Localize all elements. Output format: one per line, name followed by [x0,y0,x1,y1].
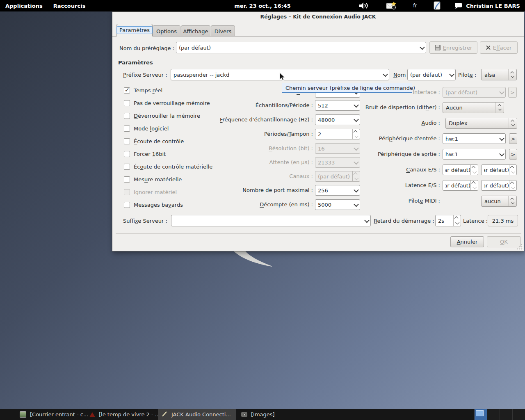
spin-buttons[interactable] [509,180,516,190]
input-device-combobox[interactable]: hw:1 [443,133,506,144]
tab-parametres-label: Paramètres [116,26,153,34]
tab-parametres[interactable]: Paramètres [116,24,153,37]
server-path-tooltip: Chemin serveur (préfixe de ligne de comm… [282,83,412,93]
checkbox-mesure-materielle[interactable]: Mesure matérielle [124,176,182,183]
tab-affichage[interactable]: Affichage [181,25,210,37]
delete-preset-label: Effacer [493,45,512,51]
volume-icon[interactable] [359,2,369,9]
task-jack-audio-connection[interactable]: JACK Audio Connecti... [158,409,236,420]
keyboard-layout-indicator[interactable]: fr [413,3,417,9]
preset-name-combobox[interactable]: (par défaut) [176,42,426,53]
checkbox-label: Temps réel [134,87,162,94]
spin-buttons[interactable] [470,165,478,175]
checkbox-ignorer-materiel[interactable]: Ignorer matériel [124,188,177,196]
ok-button[interactable]: OK [487,236,521,247]
chevron-down-icon[interactable] [363,215,370,226]
delete-preset-button[interactable]: Effacer [480,41,518,54]
tab-options-label: Options [156,28,177,34]
checkbox-temps-reel[interactable]: Temps réel [124,87,162,94]
checkbox-icon[interactable] [124,151,130,157]
spin-buttons[interactable] [470,180,478,190]
task-le-temp-de-vivre[interactable]: [le temp de vivre 2 - ... [86,409,164,420]
samples-period-label: Échantillons/Période : [186,102,313,108]
output-device-browse-button[interactable]: > [509,149,517,160]
spin-down-icon[interactable] [509,185,516,190]
checkbox-icon[interactable] [124,176,130,183]
checkbox-icon[interactable] [124,100,130,106]
io-channels-in-spinbox[interactable]: (par défaut) [443,164,478,175]
save-preset-button[interactable]: Enregistrer [429,41,477,54]
tab-divers[interactable]: Divers [211,25,235,37]
preset-name-label: Nom du préréglage : [119,45,174,51]
checkbox-icon[interactable] [124,189,130,195]
server-prefix-value: pasuspender -- jackd [173,72,381,78]
logged-in-user[interactable]: Christian LE BARS [466,3,520,9]
output-device-combobox[interactable]: hw:1 [443,149,506,160]
workspace-4[interactable] [512,409,525,420]
interface-browse-button[interactable]: > [508,87,517,98]
tab-divers-label: Divers [215,28,231,34]
menu-raccourcis[interactable]: Raccourcis [48,0,91,11]
audio-select[interactable]: Duplex [445,118,517,129]
delete-x-icon [486,46,491,50]
checkbox-icon[interactable] [124,138,130,144]
task-images[interactable]: [Images] [238,409,316,420]
io-latency-in-spinbox[interactable]: (par défaut) [443,180,478,191]
mail-star-icon[interactable] [386,2,397,10]
spin-buttons[interactable] [453,215,461,226]
driver-select[interactable]: alsa [481,69,517,80]
workspace-3[interactable] [500,409,512,420]
spin-down-icon[interactable] [454,221,461,226]
checkbox-icon[interactable] [124,126,130,132]
io-channels-label: Canaux E/S : [317,167,440,173]
checkbox-forcer-16bit[interactable]: Forcer 16bit [124,150,166,158]
parameters-section-title: Paramètres [118,59,153,66]
io-latency-out-spinbox[interactable]: (par défaut) [481,180,517,191]
spin-up-icon[interactable] [454,215,461,221]
checkbox-label: Écoute de contrôle [134,138,184,144]
spin-buttons[interactable] [509,165,516,175]
input-device-browse-button[interactable]: > [509,133,517,144]
chevron-down-icon[interactable] [418,42,426,53]
checkbox-messages-bavards[interactable]: Messages bavards [124,201,183,208]
dialog-title: Réglages – Kit de Connexion Audio JACK [112,14,524,20]
server-prefix-label: Préfixe Serveur : [123,72,167,78]
resize-grip[interactable] [517,244,522,249]
spin-down-icon[interactable] [471,170,478,175]
camera-icon [241,412,247,417]
server-suffix-combobox[interactable] [171,215,371,226]
start-delay-spinbox[interactable]: 2s [435,215,461,226]
pen-tablet-icon[interactable] [433,1,441,10]
checkbox-icon[interactable] [124,87,130,94]
floppy-disk-icon [435,45,441,50]
spin-down-icon[interactable] [509,170,516,175]
max-ports-label: Nombre de port maximal : [186,187,313,193]
updown-chevrons-icon [495,103,504,113]
server-name-combobox[interactable]: (par défaut) [407,69,456,80]
tab-options[interactable]: Options [153,25,180,37]
menu-applications[interactable]: Applications [0,0,48,11]
checkbox-icon[interactable] [124,113,130,119]
spin-down-icon[interactable] [471,185,478,190]
output-device-label: Périphérique de sortie : [317,151,440,157]
panel-clock[interactable]: mer. 23 oct., 16:45 [234,3,291,9]
wait-us-label: Attente (en µs) : [186,159,313,165]
workspace-1[interactable] [474,409,487,420]
cancel-button[interactable]: Annuler [450,236,484,247]
checkbox-icon[interactable] [124,164,130,170]
dither-select[interactable]: Aucun [443,102,504,113]
chat-bubble-icon[interactable] [454,2,462,9]
checkbox-ecoute-controle[interactable]: Écoute de contrôle [124,137,184,145]
periods-buffer-label: Périodes/Tampon : [186,131,313,137]
checkbox-icon[interactable] [124,202,130,208]
workspace-2[interactable] [487,409,500,420]
io-channels-out-spinbox[interactable]: (par défaut) [481,164,517,175]
task-courrier-entrant[interactable]: [Courrier entrant - c... [16,409,94,420]
interface-combobox[interactable]: (par défaut) [443,87,506,98]
chevron-down-icon[interactable] [381,69,389,80]
chevron-down-icon[interactable] [498,134,505,144]
chevron-down-icon[interactable] [448,69,455,80]
chevron-down-icon[interactable] [498,149,505,159]
checkbox-mode-logiciel[interactable]: Mode logiciel [124,125,169,132]
midi-driver-select[interactable]: aucun [481,196,517,207]
